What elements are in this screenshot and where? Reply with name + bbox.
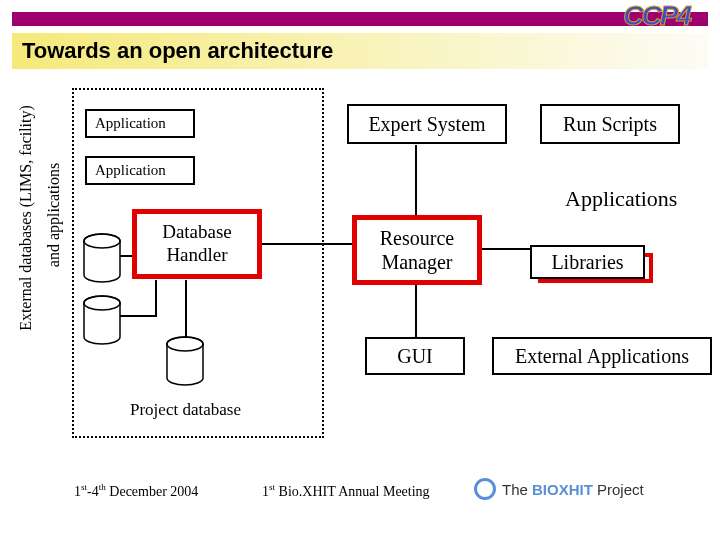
application-box-1: Application (85, 109, 195, 138)
database-handler-box: Database Handler (132, 209, 262, 279)
applications-label: Applications (565, 186, 677, 212)
title-bar: Towards an open architecture (12, 33, 708, 69)
external-applications-box: External Applications (492, 337, 712, 375)
database-cylinder-icon (82, 295, 122, 345)
connector (120, 315, 155, 317)
footer-meeting: 1st Bio.XHIT Annual Meeting (262, 482, 430, 500)
application-box-2: Application (85, 156, 195, 185)
run-scripts-box: Run Scripts (540, 104, 680, 144)
database-cylinder-icon (165, 336, 205, 386)
footer-date: 1st-4th December 2004 (74, 482, 198, 500)
side-label-outer: External databases (LIMS, facility) (14, 78, 38, 358)
project-database-label: Project database (130, 400, 241, 420)
expert-system-box: Expert System (347, 104, 507, 144)
ccp4-logo: CCP4 (623, 0, 690, 32)
connector (262, 243, 352, 245)
slide-title: Towards an open architecture (22, 38, 333, 64)
connector (415, 285, 417, 337)
database-cylinder-icon (82, 233, 122, 283)
connector (155, 280, 157, 317)
libraries-box: Libraries (530, 245, 645, 279)
resource-manager-box: Resource Manager (352, 215, 482, 285)
connector (185, 280, 187, 338)
ring-icon (474, 478, 496, 500)
bioxhit-logo: The BIOXHIT Project (474, 474, 694, 504)
gui-box: GUI (365, 337, 465, 375)
header-bar (12, 12, 708, 26)
side-label-inner: and applications (42, 130, 66, 300)
connector (415, 145, 417, 215)
